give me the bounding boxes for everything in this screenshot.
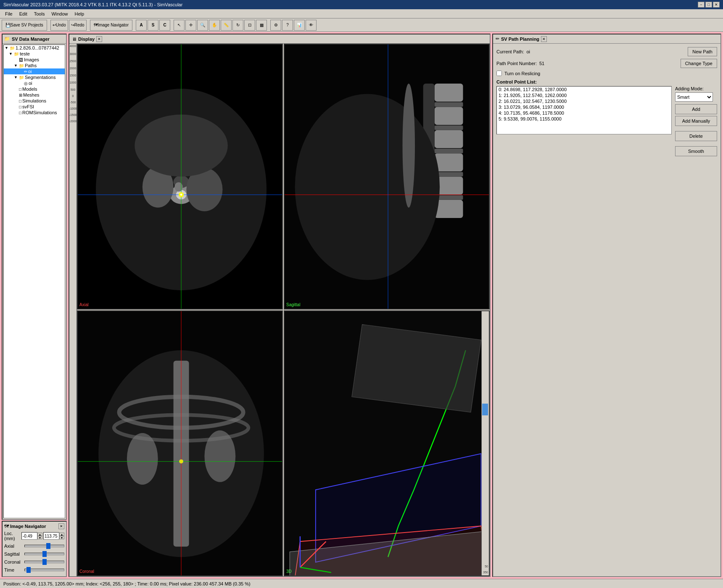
tree-seg-oi[interactable]: ◎ oi: [4, 80, 65, 86]
toolbar-grid-btn[interactable]: ▦: [256, 20, 267, 31]
sagittal-label: Sagittal: [286, 302, 300, 307]
toolbar-rotate-btn[interactable]: ↻: [232, 20, 243, 31]
axial-view[interactable]: Axial: [77, 44, 283, 310]
undo-button[interactable]: ↩ Undo: [50, 20, 68, 31]
cp-item-3[interactable]: 3: 13.0729, 96.0584, 1197.0000: [497, 104, 671, 110]
add-button[interactable]: Add: [675, 104, 717, 114]
reslicing-checkbox[interactable]: [496, 71, 502, 76]
change-type-button[interactable]: Change Type: [681, 59, 717, 68]
loc-y-stepper: ▲ ▼: [59, 533, 64, 539]
redo-icon: ↪: [71, 23, 74, 27]
close-window-button[interactable]: ✕: [713, 2, 720, 8]
tree-paths[interactable]: ▼ 📁 Paths: [4, 63, 65, 68]
loc-x-down-button[interactable]: ▼: [37, 536, 42, 539]
coronal-thumb[interactable]: [42, 559, 47, 565]
loc-x-up-button[interactable]: ▲: [37, 533, 42, 536]
menu-tools[interactable]: Tools: [31, 10, 48, 17]
smooth-button[interactable]: Smooth: [675, 146, 717, 156]
3d-scale-thumb[interactable]: [482, 404, 488, 415]
toolbar-settings-btn[interactable]: ⚙: [270, 20, 281, 31]
menu-file[interactable]: File: [2, 10, 16, 17]
image-grid-container: 4000 3000 2500 2000 1500 1000 500 0 -500…: [69, 44, 490, 576]
minimize-button[interactable]: −: [698, 2, 705, 8]
toolbar-measure-btn[interactable]: 📏: [221, 20, 232, 31]
tree-svfsi[interactable]: □ svFSI: [4, 104, 65, 110]
toolbar-help-btn[interactable]: ?: [282, 20, 293, 31]
cp-item-0[interactable]: 0: 24.8698, 117.2928, 1287.0000: [497, 87, 671, 92]
time-label: Time: [4, 567, 24, 572]
tree-romsimulations[interactable]: □ ROMSimulations: [4, 110, 65, 116]
cp-item-4[interactable]: 4: 10.7135, 95.4686, 1178.5000: [497, 110, 671, 116]
coronal-slider-container: [24, 559, 64, 565]
loc-x-stepper: ▲ ▼: [37, 533, 42, 539]
image-grid: Axial: [77, 44, 490, 576]
toolbar-stats-btn[interactable]: 📊: [294, 20, 305, 31]
add-manually-button[interactable]: Add Manually: [675, 116, 717, 126]
save-projects-button[interactable]: 💾 Save SV Projects: [2, 20, 47, 31]
delete-button[interactable]: Delete: [675, 131, 717, 141]
display-close-button[interactable]: ✕: [96, 36, 102, 42]
left-panel: 📁 SV Data Manager ▼ 📁 1.2.826.0...078774…: [2, 34, 67, 577]
svg-rect-21: [435, 149, 463, 153]
adding-mode-select[interactable]: Smart Manual: [675, 92, 713, 102]
svg-point-11: [180, 194, 182, 196]
navigator-title: Image Navigator: [10, 524, 46, 529]
cp-item-1[interactable]: 1: 21.9205, 112.5740, 1262.0000: [497, 92, 671, 98]
tree-meshes[interactable]: ⊞ Meshes: [4, 92, 65, 98]
3d-label: 3D: [286, 569, 292, 574]
toolbar-pan-btn[interactable]: ✋: [209, 20, 220, 31]
toolbar-cursor-btn[interactable]: ↖: [174, 20, 185, 31]
tree-simulations[interactable]: □ Simulations: [4, 98, 65, 104]
control-point-list[interactable]: 0: 24.8698, 117.2928, 1287.0000 1: 21.92…: [496, 86, 672, 134]
adding-mode-label: Adding Mode:: [675, 86, 717, 91]
toolbar-fit-btn[interactable]: ⊡: [244, 20, 255, 31]
tree-segmentations[interactable]: ▼ 📁 Segmentations: [4, 74, 65, 80]
redo-button[interactable]: ↪ Redo: [69, 20, 87, 31]
sagittal-slider-container: [24, 551, 64, 557]
path-planning-header: ✏ SV Path Planning ✕: [493, 34, 720, 44]
loc-y-up-button[interactable]: ▲: [59, 533, 64, 536]
new-path-button[interactable]: New Path: [688, 47, 717, 56]
tree-root[interactable]: ▼ 📁 1.2.826.0...07877442: [4, 45, 65, 51]
tree-images[interactable]: 🖼 Images: [4, 57, 65, 63]
3d-view[interactable]: 50 350 3D: [284, 310, 490, 576]
cp-item-5[interactable]: 5: 9.5338, 99.0076, 1155.0000: [497, 116, 671, 122]
menu-window[interactable]: Window: [48, 10, 71, 17]
navigator-close-button[interactable]: ✕: [58, 523, 64, 529]
menu-help[interactable]: Help: [71, 10, 88, 17]
toolbar-zoom-btn[interactable]: 🔍: [197, 20, 208, 31]
coronal-view[interactable]: Coronal: [77, 310, 283, 576]
toolbar-btn-a[interactable]: A: [136, 20, 147, 31]
axial-track: [24, 545, 64, 547]
loc-y-down-button[interactable]: ▼: [59, 536, 64, 539]
axial-thumb[interactable]: [46, 543, 50, 549]
maximize-button[interactable]: □: [705, 2, 712, 8]
time-thumb[interactable]: [26, 567, 31, 573]
tree-oi[interactable]: ✏ oi: [4, 68, 65, 74]
toolbar-btn-c[interactable]: C: [159, 20, 170, 31]
sagittal-thumb[interactable]: [42, 551, 47, 557]
path-planning-close-button[interactable]: ✕: [541, 36, 547, 42]
svg-point-26: [403, 84, 415, 207]
image-navigator-button[interactable]: 🗺 Image Navigator: [90, 20, 132, 31]
tree-view[interactable]: ▼ 📁 1.2.826.0...07877442 ▼ 📁 teste 🖼 Ima…: [3, 45, 65, 518]
tree-models[interactable]: □ Models: [4, 86, 65, 92]
path-planning-panel: ✏ SV Path Planning ✕ Current Path: oi Ne…: [492, 34, 721, 577]
sagittal-view[interactable]: Sagittal: [284, 44, 490, 310]
control-point-area: 0: 24.8698, 117.2928, 1287.0000 1: 21.92…: [496, 86, 717, 156]
toolbar-btn-s[interactable]: S: [148, 20, 158, 31]
path-icon: ✏: [24, 69, 27, 74]
navigator-icon: 🗺: [94, 23, 98, 27]
tree-arrow: ▼: [5, 46, 10, 50]
location-inputs: Loc. (mm) ▲ ▼ ▲ ▼: [4, 531, 64, 541]
menu-bar: File Edit Tools Window Help: [0, 9, 723, 18]
menu-edit[interactable]: Edit: [16, 10, 31, 17]
loc-y-input[interactable]: [43, 532, 59, 540]
cp-item-2[interactable]: 2: 16.0221, 102.5467, 1230.5000: [497, 98, 671, 104]
coronal-label: Coronal: [79, 569, 94, 574]
toolbar-eye-btn[interactable]: 👁: [306, 20, 317, 31]
reslicing-label[interactable]: Turn on Reslicing: [504, 71, 540, 76]
loc-x-input[interactable]: [21, 532, 37, 540]
toolbar-crosshair-btn[interactable]: ✛: [185, 20, 196, 31]
tree-teste[interactable]: ▼ 📁 teste: [4, 51, 65, 57]
